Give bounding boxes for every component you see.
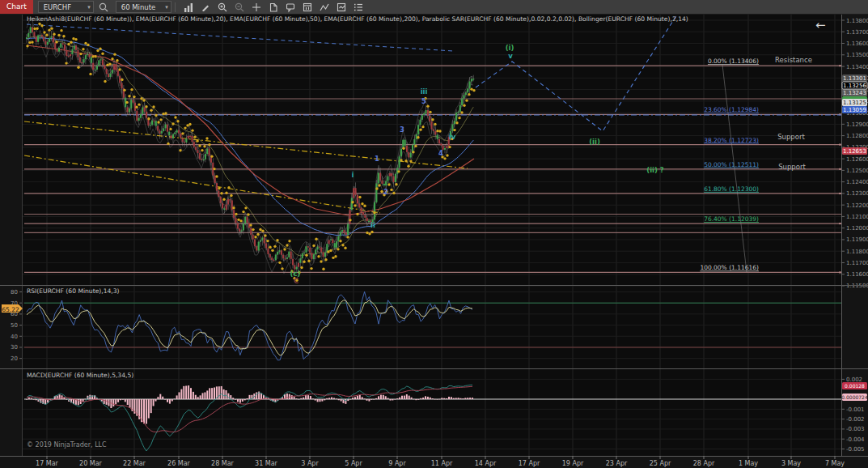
macd-axis-tick: -0.004	[846, 436, 865, 443]
price-marker-value: 1.13256	[843, 83, 866, 89]
support-resistance-label: Support	[777, 133, 805, 141]
chart-window-icon[interactable]	[300, 1, 315, 13]
fib-level-label: 76.40% (1.12039)	[704, 215, 759, 223]
time-axis-tick: 7 May	[825, 460, 845, 467]
support-resistance-label: Resistance	[775, 56, 812, 64]
price-axis-tick: 1.12500	[846, 168, 868, 174]
rsi-axis-tick: 20	[11, 355, 18, 362]
time-axis-tick: 9 Apr	[388, 460, 406, 467]
elliott-wave-label: 5	[421, 97, 426, 105]
price-marker-value: 1.12653	[843, 148, 866, 155]
price-axis-tick: 1.13600	[846, 40, 868, 47]
price-marker-value: 1.13059	[843, 107, 866, 113]
elliott-wave-label: i	[352, 171, 354, 179]
fib-level-label: 61.80% (1.12300)	[704, 185, 759, 193]
zoom-out-icon[interactable]	[232, 1, 247, 13]
price-marker-value: 1.13301	[843, 75, 866, 82]
price-axis-tick: 1.11700	[846, 260, 868, 266]
price-axis-tick: 1.13500	[846, 52, 868, 58]
chart-canvas[interactable]: 0.00% (1.13406)23.60% (1.12984)38.20% (1…	[0, 0, 868, 468]
price-axis-tick: 1.12100	[846, 214, 868, 220]
time-axis-tick: 28 Mar	[211, 460, 235, 467]
price-axis-tick: 1.13400	[846, 64, 868, 70]
fib-level-label: 38.20% (1.12723)	[704, 137, 759, 144]
time-axis-tick: 25 Apr	[650, 460, 671, 467]
time-axis-tick: 23 Apr	[606, 460, 628, 467]
price-axis-tick: 1.12900	[846, 121, 868, 128]
elliott-wave-label: (i)	[506, 44, 514, 52]
time-axis-tick: 14 Apr	[475, 460, 497, 467]
zigzag-draw-icon[interactable]	[317, 1, 332, 13]
macd-axis-tick: 0.002	[846, 377, 862, 383]
time-axis-tick: 31 Mar	[255, 460, 278, 467]
time-axis-tick: 22 Mar	[123, 460, 146, 467]
time-axis-tick: 5 Apr	[345, 460, 362, 467]
text-callout-icon[interactable]	[283, 1, 298, 13]
elliott-wave-label: iv	[449, 133, 456, 141]
interval-select[interactable]: 60 Minute ▾	[116, 1, 171, 13]
chevron-down-icon: ▾	[87, 4, 91, 11]
time-axis-tick: 11 Apr	[431, 460, 453, 467]
time-axis-tick: 19 Apr	[562, 460, 584, 467]
time-axis-tick: 17 Apr	[519, 460, 540, 467]
copyright-label: © 2019 NinjaTrader, LLC	[27, 441, 107, 449]
crosshair-icon[interactable]	[249, 1, 264, 13]
interval-value: 60 Minute	[121, 3, 156, 11]
rsi-axis-tick: 80	[11, 289, 18, 296]
new-page-icon[interactable]	[266, 1, 281, 13]
rsi-current-value-marker: 65.22	[2, 306, 19, 313]
fib-level-label: 23.60% (1.12984)	[704, 106, 759, 113]
elliott-wave-label: 4	[438, 149, 443, 157]
price-axis-tick: 1.12800	[846, 133, 868, 139]
ninjatrader-chart-window: 0.00% (1.13406)23.60% (1.12984)38.20% (1…	[0, 0, 868, 468]
fib-level-label: 0.00% (1.13406)	[708, 57, 759, 65]
elliott-wave-label: (ii)	[589, 138, 600, 146]
macd-axis-tick: -0.002	[846, 416, 865, 423]
elliott-wave-label: v	[508, 52, 513, 60]
rsi-panel-label: RSI(EURCHF (60 Minute),14,3)	[27, 287, 120, 295]
object-list-icon[interactable]	[351, 1, 366, 13]
pencil-icon[interactable]	[198, 1, 213, 13]
instrument-select[interactable]: EURCHF ▾	[38, 1, 94, 13]
elliott-wave-label: 1	[375, 155, 379, 163]
price-axis-tick: 1.12200	[846, 202, 868, 209]
price-axis-tick: 1.11900	[846, 236, 868, 243]
snapshot-icon[interactable]	[334, 1, 349, 13]
tab-chart[interactable]: Chart	[0, 0, 33, 14]
price-axis-tick: 1.13800	[846, 18, 868, 24]
time-axis-tick: 28 Apr	[693, 460, 715, 467]
instrument-value: EURCHF	[44, 3, 71, 11]
rsi-axis-tick: 30	[11, 344, 18, 351]
rsi-axis-tick: 50	[11, 322, 18, 329]
chevron-down-icon: ▾	[165, 4, 168, 11]
macd-axis-tick: -0.005	[846, 446, 865, 453]
elliott-wave-label: C	[294, 277, 299, 285]
fib-level-label: 100.00% (1.11616)	[700, 264, 759, 271]
toolbar-icons	[179, 1, 366, 13]
macd-axis-tick: -0.001	[846, 406, 865, 413]
elliott-wave-label: (ii) ?	[646, 166, 664, 174]
price-axis-tick: 1.12300	[846, 190, 868, 197]
time-axis-tick: 26 Mar	[167, 460, 191, 467]
time-axis-tick: 3 May	[781, 460, 801, 467]
search-icon[interactable]	[96, 1, 111, 13]
time-axis-tick: 20 Mar	[79, 460, 103, 467]
price-axis-tick: 1.11800	[846, 249, 868, 255]
macd-panel-label: MACD(EURCHF (60 Minute),5,34,5)	[27, 372, 133, 379]
price-axis-tick: 1.12000	[846, 225, 868, 232]
time-axis-tick: 1 May	[739, 460, 758, 467]
elliott-wave-label: 2	[383, 188, 388, 196]
bar-chart-icon[interactable]	[181, 1, 196, 13]
price-axis-tick: 1.11500	[846, 283, 868, 289]
price-marker-value: 1.13243	[843, 90, 866, 96]
macd-marker-value: 0.00128	[845, 383, 865, 389]
price-marker-value: 1.13125	[843, 100, 866, 106]
time-axis-tick: 17 Mar	[36, 460, 59, 467]
zoom-in-icon[interactable]	[215, 1, 230, 13]
scroll-left-arrow-icon[interactable]: ←	[815, 18, 826, 32]
macd-axis-tick: -0.003	[846, 426, 865, 432]
elliott-wave-label: iii	[421, 87, 428, 96]
time-axis-tick: 3 Apr	[301, 460, 319, 467]
elliott-wave-label: ii	[370, 221, 375, 229]
toolbar: Chart EURCHF ▾ 60 Minute ▾	[0, 0, 868, 15]
